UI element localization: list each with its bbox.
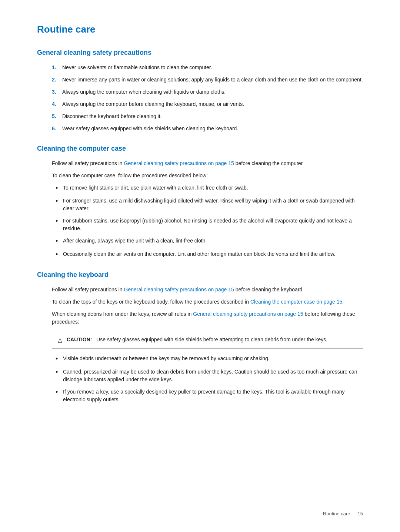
bullet-icon: • (56, 237, 63, 245)
keyboard-para-2: To clean the tops of the keys or the key… (52, 298, 363, 306)
list-text: Disconnect the keyboard before cleaning … (62, 113, 162, 120)
section-general-cleaning: General cleaning safety precautions 1. N… (37, 48, 363, 133)
list-num: 5. (52, 113, 62, 120)
para-1: Follow all safety precautions in General… (52, 160, 363, 167)
section-title-cleaning-keyboard: Cleaning the keyboard (37, 270, 363, 280)
para-2: To clean the computer case, follow the p… (52, 172, 363, 180)
para-text: To clean the computer case, follow the p… (52, 173, 208, 178)
bullet-icon: • (56, 388, 63, 397)
link-general-cleaning-3[interactable]: General cleaning safety precautions on p… (193, 311, 303, 317)
keyboard-bullet-list: • Visible debris underneath or between t… (52, 355, 363, 403)
list-num: 1. (52, 64, 62, 71)
page-title: Routine care (37, 22, 363, 37)
link-general-cleaning-1[interactable]: General cleaning safety precautions on p… (124, 160, 234, 166)
list-item: • After cleaning, always wipe the unit w… (52, 237, 363, 245)
para-text-before: To clean the tops of the keys or the key… (52, 299, 250, 305)
footer: Routine care 15 (323, 510, 363, 518)
list-item: 2. Never immerse any parts in water or c… (52, 76, 363, 84)
list-text: For stubborn stains, use isopropyl (rubb… (63, 217, 363, 232)
computer-case-bullet-list: • To remove light stains or dirt, use pl… (52, 184, 363, 259)
keyboard-para-3: When cleaning debris from under the keys… (52, 310, 363, 326)
para-text-after: . (342, 299, 344, 305)
link-cleaning-computer-case[interactable]: Cleaning the computer case on page 15 (250, 299, 342, 305)
para-text-after: before cleaning the keyboard. (234, 287, 304, 292)
list-text: Always unplug the computer when cleaning… (62, 88, 226, 96)
para-text-before: When cleaning debris from under the keys… (52, 311, 193, 317)
list-item: 5. Disconnect the keyboard before cleani… (52, 113, 363, 120)
list-text: Canned, pressurized air may be used to c… (63, 368, 363, 384)
list-num: 6. (52, 125, 62, 133)
list-item: • Occasionally clean the air vents on th… (52, 250, 363, 259)
section-content-cleaning-computer-case: Follow all safety precautions in General… (37, 160, 363, 259)
list-item: • If you remove a key, use a specially d… (52, 388, 363, 404)
list-item: • For stronger stains, use a mild dishwa… (52, 197, 363, 213)
caution-triangle-icon: △ (58, 336, 62, 345)
list-item: 6. Wear safety glasses equipped with sid… (52, 125, 363, 133)
section-title-cleaning-computer-case: Cleaning the computer case (37, 144, 363, 154)
list-text: Always unplug the computer before cleani… (62, 100, 244, 108)
list-num: 2. (52, 76, 62, 84)
list-item: • For stubborn stains, use isopropyl (ru… (52, 217, 363, 232)
caution-box: △ CAUTION: Use safety glasses equipped w… (52, 332, 363, 349)
para-text-before: Follow all safety precautions in (52, 287, 124, 292)
list-item: • Visible debris underneath or between t… (52, 355, 363, 363)
footer-label: Routine care (323, 510, 350, 518)
bullet-icon: • (56, 184, 63, 193)
list-num: 4. (52, 100, 62, 108)
caution-text: CAUTION: Use safety glasses equipped wit… (67, 336, 327, 344)
list-text: After cleaning, always wipe the unit wit… (63, 237, 207, 245)
bullet-icon: • (56, 368, 63, 377)
general-cleaning-list: 1. Never use solvents or flammable solut… (52, 64, 363, 133)
para-text-before: Follow all safety precautions in (52, 160, 124, 166)
list-item: • To remove light stains or dirt, use pl… (52, 184, 363, 193)
bullet-icon: • (56, 197, 63, 205)
list-text: Never immerse any parts in water or clea… (62, 76, 363, 84)
bullet-icon: • (56, 250, 63, 259)
list-text: For stronger stains, use a mild dishwash… (63, 197, 363, 213)
list-text: To remove light stains or dirt, use plai… (63, 184, 248, 192)
section-cleaning-computer-case: Cleaning the computer case Follow all sa… (37, 144, 363, 259)
section-title-general-cleaning: General cleaning safety precautions (37, 48, 363, 58)
list-item: 1. Never use solvents or flammable solut… (52, 64, 363, 71)
list-item: 4. Always unplug the computer before cle… (52, 100, 363, 108)
list-text: Visible debris underneath or between the… (63, 355, 270, 362)
caution-content: Use safety glasses equipped with side sh… (96, 337, 327, 342)
caution-label: CAUTION: (67, 337, 96, 342)
list-text: Wear safety glasses equipped with side s… (62, 125, 238, 133)
bullet-icon: • (56, 355, 63, 363)
section-content-general-cleaning: 1. Never use solvents or flammable solut… (37, 64, 363, 133)
list-num: 3. (52, 88, 62, 96)
para-text-after: before cleaning the computer. (234, 160, 304, 166)
bullet-icon: • (56, 217, 63, 225)
list-text: If you remove a key, use a specially des… (63, 388, 363, 404)
list-text: Occasionally clean the air vents on the … (63, 250, 335, 258)
link-general-cleaning-2[interactable]: General cleaning safety precautions on p… (124, 287, 234, 292)
keyboard-para-1: Follow all safety precautions in General… (52, 286, 363, 294)
section-cleaning-keyboard: Cleaning the keyboard Follow all safety … (37, 270, 363, 403)
list-item: • Canned, pressurized air may be used to… (52, 368, 363, 384)
section-content-cleaning-keyboard: Follow all safety precautions in General… (37, 286, 363, 403)
list-text: Never use solvents or flammable solution… (62, 64, 212, 71)
list-item: 3. Always unplug the computer when clean… (52, 88, 363, 96)
footer-page: 15 (358, 510, 363, 518)
